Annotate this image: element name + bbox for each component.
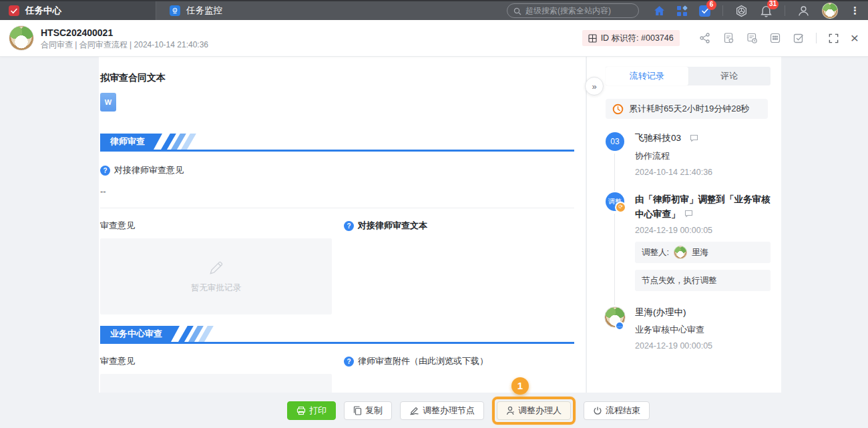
attachment-label-row: ? 律师审查附件（由此浏览或下载） bbox=[344, 355, 574, 367]
home-button[interactable] bbox=[654, 5, 665, 16]
timeline-connector bbox=[614, 214, 615, 305]
timeline-subtitle: 协作流程 bbox=[635, 150, 771, 162]
header-divider bbox=[816, 33, 817, 43]
search-icon bbox=[513, 7, 521, 15]
timeline-subtitle: 业务审核中心审查 bbox=[635, 324, 771, 336]
grid-table-icon bbox=[588, 34, 597, 43]
id-chip: ID 标识符: #003746 bbox=[582, 30, 680, 46]
tab-task-monitor-label: 任务监控 bbox=[186, 5, 222, 17]
home-icon bbox=[654, 5, 665, 16]
clock-icon bbox=[612, 103, 624, 115]
close-button[interactable]: × bbox=[851, 32, 859, 44]
action-buttons: 打印 复制 调整办理节点 1 调整办理人 流程结束 bbox=[287, 393, 650, 428]
question-icon: ? bbox=[344, 221, 354, 231]
lawyer-opinion-value: -- bbox=[100, 186, 574, 196]
share-flow-button[interactable] bbox=[699, 32, 711, 44]
tab-flow-records[interactable]: 流转记录 bbox=[606, 67, 688, 85]
guide-highlight-ring: 1 调整办理人 bbox=[492, 397, 576, 425]
panel-collapse-button[interactable]: » bbox=[585, 77, 604, 95]
pencil-icon bbox=[208, 259, 225, 276]
task-center-check-icon bbox=[9, 5, 19, 16]
calculator-icon bbox=[769, 32, 781, 44]
timeline-time: 2024-10-14 21:40:36 bbox=[635, 168, 771, 177]
review-opinion-label: 审查意见 bbox=[100, 220, 332, 232]
power-icon bbox=[593, 406, 602, 415]
task-monitor-icon bbox=[170, 5, 180, 16]
doc-subtitle: 合同审查 | 合同审查流程 | 2024-10-14 21:40:36 bbox=[41, 41, 208, 49]
form-content: 拟审查合同文本 W 律师审查 ? 对接律师审查意见 -- 审查意见 暂无审批记录… bbox=[99, 57, 586, 393]
doc-title: HTSC202400021 bbox=[41, 28, 208, 37]
lawyer-text-label-row: ? 对接律师审查文本 bbox=[344, 220, 574, 232]
close-icon: × bbox=[851, 30, 859, 45]
chat-status-badge: ⋯ bbox=[615, 321, 624, 331]
panel-tabs: 流转记录 评论 bbox=[606, 67, 771, 85]
lawyer-opinion-label: 对接律师审查意见 bbox=[114, 164, 184, 176]
search-input[interactable] bbox=[507, 3, 639, 18]
topbar-divider bbox=[785, 5, 785, 16]
adjust-handler-button[interactable]: 调整办理人 bbox=[497, 401, 571, 420]
business-review-opinion-label: 审查意见 bbox=[100, 355, 332, 367]
support-button[interactable] bbox=[797, 5, 810, 17]
todo-check-button[interactable] bbox=[793, 32, 805, 44]
hexagon-badge-icon bbox=[735, 5, 748, 17]
copy-icon bbox=[353, 406, 362, 415]
fullscreen-button[interactable] bbox=[828, 33, 839, 44]
file-history-button[interactable] bbox=[746, 32, 758, 44]
apps-button[interactable] bbox=[677, 6, 687, 16]
signature-pen-icon bbox=[409, 406, 419, 415]
tab-task-center[interactable]: 任务中心 bbox=[0, 1, 156, 20]
notifications-button[interactable]: 31 bbox=[760, 5, 773, 17]
tab-task-monitor[interactable]: 任务监控 bbox=[156, 1, 236, 20]
more-vertical-icon: ⋮ bbox=[850, 6, 860, 15]
flow-timeline: 03 飞驰科技03 协作流程 2024-10-14 21:40:36 调整 ⟳ … bbox=[606, 132, 771, 351]
timeline-item: 调整 ⟳ 由「律师初审」调整到「业务审核中心审查」 2024-12-19 00:… bbox=[606, 192, 771, 291]
guide-step-badge: 1 bbox=[511, 377, 529, 395]
adjust-note: 节点失效，执行调整 bbox=[642, 275, 717, 286]
adjuster-avatar bbox=[674, 246, 687, 259]
adjust-node-button[interactable]: 调整办理节点 bbox=[400, 401, 484, 420]
topbar: 任务中心 任务监控 6 31 bbox=[0, 0, 868, 20]
more-menu-button[interactable]: ⋮ bbox=[850, 6, 860, 15]
checkbox-icon bbox=[793, 32, 805, 44]
user-avatar[interactable] bbox=[822, 3, 838, 19]
workbench-button[interactable] bbox=[735, 5, 748, 17]
doc-owner-avatar bbox=[9, 25, 34, 51]
expand-icon bbox=[828, 33, 839, 44]
comment-bubble-icon[interactable] bbox=[684, 210, 693, 218]
timeline-item: 03 飞驰科技03 协作流程 2024-10-14 21:40:36 bbox=[606, 132, 771, 177]
adjust-note-box: 节点失效，执行调整 bbox=[635, 270, 771, 291]
question-icon: ? bbox=[100, 166, 110, 176]
print-button[interactable]: 打印 bbox=[287, 401, 336, 420]
adjuster-box: 调整人: 里海 bbox=[635, 242, 771, 263]
file-shield-button[interactable] bbox=[722, 32, 734, 44]
question-icon: ? bbox=[344, 357, 354, 367]
tab-comments[interactable]: 评论 bbox=[688, 67, 771, 85]
headset-person-icon bbox=[797, 5, 810, 17]
notification-count-badge: 31 bbox=[767, 0, 779, 9]
elapsed-time-pill: 累计耗时65天2小时19分钟28秒 bbox=[606, 99, 768, 119]
lawyer-text-label: 对接律师审查文本 bbox=[358, 220, 427, 232]
section-ribbon: 业务中心审查 bbox=[100, 326, 180, 342]
task-count-badge: 6 bbox=[706, 0, 716, 10]
timeline-time: 2024-12-19 00:00:05 bbox=[635, 341, 771, 351]
my-tasks-button[interactable]: 6 bbox=[699, 5, 710, 17]
comment-bubble-icon[interactable] bbox=[690, 134, 698, 142]
file-shield-icon bbox=[722, 32, 734, 44]
timeline-title: 飞驰科技03 bbox=[635, 132, 681, 144]
timeline-node-03: 03 bbox=[606, 132, 624, 151]
word-file-icon[interactable]: W bbox=[100, 93, 116, 112]
timeline-item: ⋯ 里海(办理中) 业务审核中心审查 2024-12-19 00:00:05 bbox=[606, 306, 771, 351]
empty-review-text: 暂无审批记录 bbox=[191, 282, 241, 294]
timeline-title: 里海(办理中) bbox=[635, 306, 686, 318]
timeline-time: 2024-12-19 00:00:05 bbox=[635, 226, 771, 235]
ribbon-stripes bbox=[161, 134, 187, 150]
end-process-button[interactable]: 流程结束 bbox=[584, 401, 650, 420]
tab-task-center-label: 任务中心 bbox=[25, 5, 61, 17]
adjuster-name: 里海 bbox=[692, 247, 708, 258]
lawyer-review-section-banner: 律师审查 bbox=[100, 134, 574, 152]
business-review-section-banner: 业务中心审查 bbox=[100, 326, 574, 344]
section-ribbon: 律师审查 bbox=[100, 134, 162, 150]
copy-button[interactable]: 复制 bbox=[344, 401, 392, 420]
calculator-button[interactable] bbox=[769, 32, 781, 44]
timeline-connector bbox=[614, 154, 615, 191]
